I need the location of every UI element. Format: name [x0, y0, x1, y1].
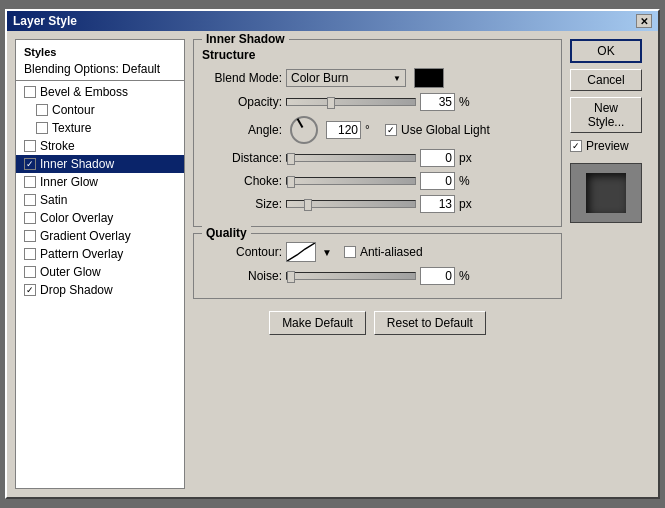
preview-checkbox[interactable] [570, 140, 582, 152]
contour-dropdown-arrow[interactable]: ▼ [322, 247, 332, 258]
use-global-light-label: Use Global Light [401, 123, 490, 137]
color-overlay-label: Color Overlay [40, 211, 113, 225]
blend-mode-dropdown[interactable]: Color Burn ▼ [286, 69, 406, 87]
opacity-unit: % [459, 95, 475, 109]
sidebar-item-satin[interactable]: Satin [16, 191, 184, 209]
opacity-input[interactable] [420, 93, 455, 111]
reset-to-default-button[interactable]: Reset to Default [374, 311, 486, 335]
inner-glow-checkbox[interactable] [24, 176, 36, 188]
sidebar-item-color-overlay[interactable]: Color Overlay [16, 209, 184, 227]
opacity-row: Opacity: % [202, 93, 553, 111]
angle-input[interactable] [326, 121, 361, 139]
blend-mode-value: Color Burn [291, 71, 348, 85]
distance-label: Distance: [202, 151, 282, 165]
distance-unit: px [459, 151, 475, 165]
sidebar-item-stroke[interactable]: Stroke [16, 137, 184, 155]
distance-slider[interactable] [286, 154, 416, 162]
size-slider[interactable] [286, 200, 416, 208]
preview-box [570, 163, 642, 223]
noise-unit: % [459, 269, 475, 283]
color-overlay-checkbox[interactable] [24, 212, 36, 224]
sidebar-item-blending[interactable]: Blending Options: Default [16, 60, 184, 78]
noise-thumb[interactable] [287, 271, 295, 283]
choke-row: Choke: % [202, 172, 553, 190]
preview-inner [586, 173, 626, 213]
opacity-thumb[interactable] [327, 97, 335, 109]
right-panel: OK Cancel New Style... Preview [570, 39, 650, 489]
preview-label: Preview [586, 139, 629, 153]
opacity-slider[interactable] [286, 98, 416, 106]
contour-checkbox[interactable] [36, 104, 48, 116]
ok-button[interactable]: OK [570, 39, 642, 63]
blend-mode-label: Blend Mode: [202, 71, 282, 85]
texture-checkbox[interactable] [36, 122, 48, 134]
choke-input[interactable] [420, 172, 455, 190]
use-global-light-checkbox[interactable] [385, 124, 397, 136]
contour-row: Contour: ▼ Anti-aliased [202, 242, 553, 262]
inner-shadow-group-title: Inner Shadow [202, 32, 289, 46]
contour-preview[interactable] [286, 242, 316, 262]
opacity-label: Opacity: [202, 95, 282, 109]
gradient-overlay-checkbox[interactable] [24, 230, 36, 242]
anti-aliased-container: Anti-aliased [344, 245, 423, 259]
outer-glow-checkbox[interactable] [24, 266, 36, 278]
angle-unit: ° [365, 123, 381, 137]
new-style-button[interactable]: New Style... [570, 97, 642, 133]
main-panel: Inner Shadow Structure Blend Mode: Color… [193, 39, 562, 489]
anti-aliased-checkbox[interactable] [344, 246, 356, 258]
dialog-body: Styles Blending Options: Default Bevel &… [7, 31, 658, 497]
noise-label: Noise: [202, 269, 282, 283]
sidebar-item-bevel[interactable]: Bevel & Emboss [16, 83, 184, 101]
size-unit: px [459, 197, 475, 211]
noise-input[interactable] [420, 267, 455, 285]
size-input[interactable] [420, 195, 455, 213]
satin-checkbox[interactable] [24, 194, 36, 206]
texture-label: Texture [52, 121, 91, 135]
stroke-label: Stroke [40, 139, 75, 153]
outer-glow-label: Outer Glow [40, 265, 101, 279]
satin-label: Satin [40, 193, 67, 207]
close-button[interactable]: ✕ [636, 14, 652, 28]
choke-unit: % [459, 174, 475, 188]
noise-slider[interactable] [286, 272, 416, 280]
contour-label: Contour [52, 103, 95, 117]
choke-label: Choke: [202, 174, 282, 188]
sidebar-item-inner-shadow[interactable]: Inner Shadow [16, 155, 184, 173]
sidebar-item-drop-shadow[interactable]: Drop Shadow [16, 281, 184, 299]
sidebar: Styles Blending Options: Default Bevel &… [15, 39, 185, 489]
distance-input[interactable] [420, 149, 455, 167]
structure-title: Structure [202, 48, 553, 62]
choke-thumb[interactable] [287, 176, 295, 188]
drop-shadow-checkbox[interactable] [24, 284, 36, 296]
chevron-down-icon: ▼ [393, 74, 401, 83]
blending-label: Blending Options: Default [24, 62, 160, 76]
angle-dial[interactable] [290, 116, 318, 144]
contour-label: Contour: [202, 245, 282, 259]
choke-slider[interactable] [286, 177, 416, 185]
sidebar-item-gradient-overlay[interactable]: Gradient Overlay [16, 227, 184, 245]
inner-shadow-label: Inner Shadow [40, 157, 114, 171]
cancel-button[interactable]: Cancel [570, 69, 642, 91]
sidebar-item-texture[interactable]: Texture [16, 119, 184, 137]
sidebar-item-outer-glow[interactable]: Outer Glow [16, 263, 184, 281]
size-thumb[interactable] [304, 199, 312, 211]
title-bar: Layer Style ✕ [7, 11, 658, 31]
make-default-button[interactable]: Make Default [269, 311, 366, 335]
inner-shadow-checkbox[interactable] [24, 158, 36, 170]
sidebar-item-pattern-overlay[interactable]: Pattern Overlay [16, 245, 184, 263]
noise-row: Noise: % [202, 267, 553, 285]
size-row: Size: px [202, 195, 553, 213]
stroke-checkbox[interactable] [24, 140, 36, 152]
blend-color-swatch[interactable] [414, 68, 444, 88]
quality-title: Quality [202, 226, 251, 240]
pattern-overlay-label: Pattern Overlay [40, 247, 123, 261]
pattern-overlay-checkbox[interactable] [24, 248, 36, 260]
bevel-label: Bevel & Emboss [40, 85, 128, 99]
sidebar-item-inner-glow[interactable]: Inner Glow [16, 173, 184, 191]
dialog-title: Layer Style [13, 14, 77, 28]
distance-thumb[interactable] [287, 153, 295, 165]
preview-container: Preview [570, 139, 629, 153]
bevel-checkbox[interactable] [24, 86, 36, 98]
sidebar-item-contour[interactable]: Contour [16, 101, 184, 119]
bottom-buttons: Make Default Reset to Default [193, 311, 562, 335]
